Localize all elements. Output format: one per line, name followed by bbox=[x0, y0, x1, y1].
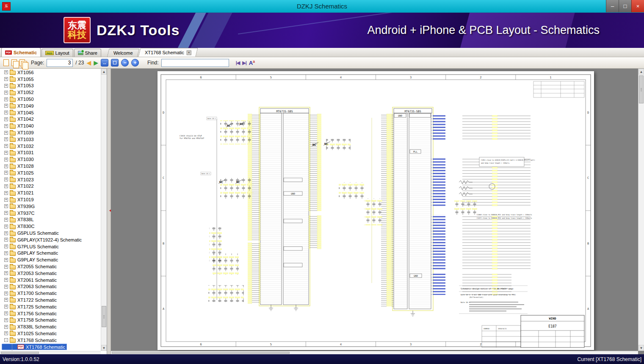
maximize-button[interactable]: □ bbox=[619, 0, 631, 12]
expand-icon[interactable]: + bbox=[4, 137, 8, 141]
expand-icon[interactable]: + bbox=[4, 144, 8, 148]
expand-icon[interactable]: + bbox=[4, 70, 8, 74]
fit-page-button[interactable] bbox=[111, 59, 119, 67]
scroll-up-icon[interactable]: ▲ bbox=[101, 69, 107, 75]
expand-icon[interactable]: + bbox=[4, 104, 8, 108]
multi-page-view-icon[interactable] bbox=[19, 59, 25, 66]
expand-icon[interactable]: + bbox=[4, 131, 8, 135]
expand-icon[interactable]: + bbox=[4, 77, 8, 81]
continuous-view-icon[interactable] bbox=[11, 59, 17, 66]
expand-icon[interactable]: + bbox=[4, 271, 8, 275]
tree-item[interactable]: +XT2063 Schematic bbox=[2, 283, 58, 290]
expand-icon[interactable]: + bbox=[4, 251, 8, 255]
viewer-vertical-scrollbar[interactable]: ▲ ▼ bbox=[638, 69, 644, 351]
tree-item[interactable]: +XT1052 bbox=[2, 89, 36, 96]
tree-horizontal-scrollbar[interactable] bbox=[0, 351, 101, 354]
tree-item[interactable]: +XT1050 bbox=[2, 96, 36, 103]
expand-icon[interactable]: + bbox=[4, 225, 8, 228]
tree-item[interactable]: +XT830C bbox=[2, 223, 36, 230]
find-next-button[interactable]: ▶| bbox=[242, 60, 246, 66]
collapse-icon[interactable]: - bbox=[4, 338, 8, 342]
single-page-view-icon[interactable] bbox=[3, 59, 9, 66]
expand-icon[interactable]: + bbox=[4, 191, 8, 195]
expand-icon[interactable]: + bbox=[4, 311, 8, 315]
tree-item[interactable]: +XT1039 bbox=[2, 129, 36, 136]
expand-icon[interactable]: + bbox=[4, 117, 8, 121]
expand-icon[interactable]: + bbox=[4, 198, 8, 202]
tree-item[interactable]: +XT2055 Schematic bbox=[2, 263, 58, 270]
expand-icon[interactable]: + bbox=[4, 331, 8, 335]
fit-width-button[interactable]: ↔ bbox=[101, 59, 108, 67]
doc-tab-welcome[interactable]: Welcome bbox=[107, 49, 139, 57]
tree-item[interactable]: +XT838L bbox=[2, 217, 36, 223]
tree-item[interactable]: +XT1056 bbox=[2, 69, 36, 76]
expand-icon[interactable]: + bbox=[4, 292, 8, 295]
expand-icon[interactable]: + bbox=[4, 111, 8, 114]
tree-item[interactable]: +XT1022 bbox=[2, 183, 36, 190]
tree-item[interactable]: PDFXT1768 Schematic bbox=[2, 344, 67, 350]
tree-item[interactable]: +XT1023 bbox=[2, 176, 36, 183]
tree-hscroll-thumb[interactable] bbox=[1, 352, 39, 354]
expand-icon[interactable]: + bbox=[4, 178, 8, 181]
tree-item[interactable]: +XT1722 Schematic bbox=[2, 297, 58, 303]
expand-icon[interactable]: + bbox=[4, 258, 8, 262]
tree-item[interactable]: +G5PLUS Schematic bbox=[2, 230, 61, 236]
expand-icon[interactable]: + bbox=[4, 265, 8, 269]
tree-item[interactable]: +XT1756 Schematic bbox=[2, 310, 58, 317]
zoom-out-button[interactable]: − bbox=[121, 59, 129, 67]
tab-schematic[interactable]: PDF Schematic bbox=[1, 47, 41, 57]
document-viewer[interactable]: 6 5 4 3 2 1 6 5 4 3 2 1 D C B bbox=[111, 69, 644, 354]
match-case-button[interactable]: Aa bbox=[249, 59, 255, 66]
expand-icon[interactable]: + bbox=[4, 204, 8, 208]
expand-icon[interactable]: + bbox=[4, 184, 8, 188]
expand-icon[interactable]: + bbox=[4, 171, 8, 175]
expand-icon[interactable]: + bbox=[4, 298, 8, 302]
expand-icon[interactable]: + bbox=[4, 211, 8, 215]
close-tab-icon[interactable]: × bbox=[186, 50, 191, 55]
tree-item[interactable]: +XT1725 Schematic bbox=[2, 303, 58, 310]
tree-item[interactable]: +XT1042 bbox=[2, 116, 36, 123]
viewer-scrollbar-thumb[interactable] bbox=[639, 75, 644, 103]
expand-icon[interactable]: + bbox=[4, 238, 8, 242]
page-input[interactable] bbox=[47, 59, 73, 67]
tree-item[interactable]: +XT1758 Schematic bbox=[2, 317, 58, 323]
expand-icon[interactable]: + bbox=[4, 318, 8, 322]
scroll-down-icon[interactable]: ▼ bbox=[101, 345, 107, 351]
tree-item[interactable]: +XT1033 bbox=[2, 136, 36, 143]
expand-icon[interactable]: + bbox=[4, 231, 8, 235]
find-prev-button[interactable]: |◀ bbox=[236, 60, 240, 66]
tree-item[interactable]: +XT937C bbox=[2, 210, 36, 217]
expand-icon[interactable]: + bbox=[4, 158, 8, 161]
tree-item[interactable]: +XT1021 bbox=[2, 189, 36, 196]
tree-item[interactable]: +XT1031 bbox=[2, 150, 36, 156]
expand-icon[interactable]: + bbox=[4, 97, 8, 101]
expand-icon[interactable]: + bbox=[4, 151, 8, 155]
tree-scrollbar-thumb[interactable] bbox=[102, 306, 106, 327]
prev-page-button[interactable]: ◀ bbox=[86, 60, 91, 66]
tree-item[interactable]: +XT1049 bbox=[2, 103, 36, 109]
viewer-hscroll-thumb[interactable] bbox=[112, 352, 290, 354]
expand-icon[interactable]: + bbox=[4, 305, 8, 308]
tree-item[interactable]: +XT1045 bbox=[2, 109, 36, 116]
expand-icon[interactable]: + bbox=[4, 325, 8, 329]
tab-layout[interactable]: PADS Layout bbox=[41, 49, 73, 57]
expand-icon[interactable]: + bbox=[4, 84, 8, 88]
tree-item[interactable]: +XT939G bbox=[2, 203, 36, 210]
tree-item[interactable]: +G9PLAY Schematic bbox=[2, 256, 60, 263]
tree-item[interactable]: +XT838L Schematic bbox=[2, 323, 58, 330]
expand-icon[interactable]: + bbox=[4, 245, 8, 248]
tree-item[interactable]: +XT1055 bbox=[2, 76, 36, 83]
expand-icon[interactable]: + bbox=[4, 91, 8, 94]
tree-item[interactable]: +XT1700 Schematic bbox=[2, 290, 58, 297]
find-input[interactable] bbox=[161, 59, 229, 67]
tree-item[interactable]: +XT2053 Schematic bbox=[2, 270, 58, 277]
expand-icon[interactable]: + bbox=[4, 164, 8, 168]
expand-icon[interactable]: + bbox=[4, 124, 8, 128]
expand-icon[interactable]: + bbox=[4, 278, 8, 282]
tree-item[interactable]: +XT1032 bbox=[2, 143, 36, 150]
tree-item[interactable]: +G6PLAY(XT1922-4) Schematic bbox=[2, 236, 83, 243]
tree-vertical-scrollbar[interactable]: ▲ ▼ bbox=[101, 69, 107, 351]
tree-item[interactable]: +XT1019 bbox=[2, 196, 36, 203]
close-button[interactable]: × bbox=[631, 0, 644, 12]
tree-item[interactable]: +XT1025 Schematic bbox=[2, 330, 58, 337]
